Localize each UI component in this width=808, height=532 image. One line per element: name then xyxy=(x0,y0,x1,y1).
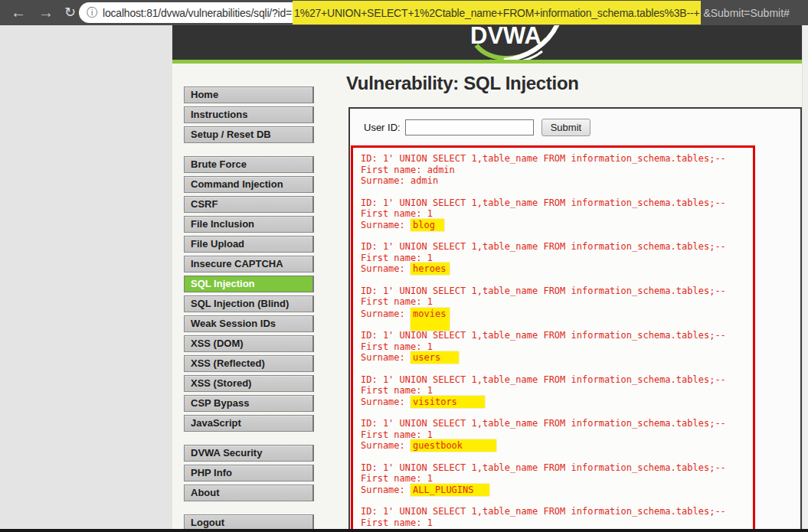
address-bar-pill[interactable]: ⓘ localhost:81/dvwa/vulnerabilities/sqli… xyxy=(79,2,293,23)
surname-label: Surname: xyxy=(361,352,411,363)
result-id-line: ID: 1' UNION SELECT 1,table_name FROM in… xyxy=(361,374,753,386)
result-block-truncated: ID: 1' UNION SELECT 1,table_name FROM in… xyxy=(361,506,753,528)
result-block: ID: 1' UNION SELECT 1,table_name FROM in… xyxy=(361,197,753,231)
result-surname-line: Surname: movies xyxy=(361,308,753,320)
surname-label: Surname: xyxy=(361,440,411,451)
sidebar-item-instructions[interactable]: Instructions xyxy=(184,106,314,123)
sidebar-item-sql-injection[interactable]: SQL Injection xyxy=(184,276,314,292)
surname-label: Surname: xyxy=(361,263,411,274)
result-block: ID: 1' UNION SELECT 1,table_name FROM in… xyxy=(361,418,753,452)
dvwa-logo: DVWA xyxy=(467,25,574,64)
result-block: ID: 1' UNION SELECT 1,table_name FROM in… xyxy=(361,286,753,320)
page-scrollbar[interactable] xyxy=(802,25,808,529)
sidebar-item-xss-stored[interactable]: XSS (Stored) xyxy=(184,375,314,392)
result-first-name-line: First name: admin xyxy=(361,165,753,176)
user-id-form: User ID: Submit xyxy=(364,119,800,136)
result-surname-line: Surname: heroes xyxy=(361,263,753,275)
result-surname-line: Surname: ALL_PLUGINS xyxy=(361,485,753,496)
result-first-name-line: First name: 1 xyxy=(361,296,753,308)
sidebar-item-setup-reset-db[interactable]: Setup / Reset DB xyxy=(184,126,314,143)
result-surname-line: Surname: admin xyxy=(361,175,753,187)
sidebar-item-javascript[interactable]: JavaScript xyxy=(184,415,314,432)
sidebar-item-brute-force[interactable]: Brute Force xyxy=(184,156,314,173)
sidebar-item-file-inclusion[interactable]: File Inclusion xyxy=(184,216,314,233)
address-bar[interactable]: ⓘ localhost:81/dvwa/vulnerabilities/sqli… xyxy=(79,2,790,23)
result-first-name-line: First name: 1 xyxy=(361,385,753,397)
sidebar-item-command-injection[interactable]: Command Injection xyxy=(184,176,314,193)
result-first-name-line: First name: 1 xyxy=(361,208,753,220)
result-block: ID: 1' UNION SELECT 1,table_name FROM in… xyxy=(361,153,753,187)
user-id-label: User ID: xyxy=(364,122,401,133)
vulnerable-code-area: User ID: Submit ID: 1' UNION SELECT 1,ta… xyxy=(348,107,802,532)
window-bottom-edge xyxy=(0,529,808,532)
submit-button[interactable]: Submit xyxy=(541,119,590,136)
highlighted-table-name: visitors xyxy=(411,396,485,408)
result-id-line: ID: 1' UNION SELECT 1,table_name FROM in… xyxy=(361,506,753,517)
result-first-name-line: First name: 1 xyxy=(361,341,753,353)
sidebar-item-xss-dom[interactable]: XSS (DOM) xyxy=(184,335,314,352)
result-first-name-line: First name: 1 xyxy=(361,473,753,485)
dvwa-logo-text: DVWA xyxy=(470,25,541,49)
sidebar-item-weak-session-ids[interactable]: Weak Session IDs xyxy=(184,315,314,332)
result-block: ID: 1' UNION SELECT 1,table_name FROM in… xyxy=(361,330,753,364)
result-surname-line: Surname: guestbook xyxy=(361,440,753,452)
result-id-line: ID: 1' UNION SELECT 1,table_name FROM in… xyxy=(361,418,753,429)
sidebar-item-home[interactable]: Home xyxy=(184,86,314,103)
surname-label: Surname: xyxy=(361,397,411,407)
sidebar-group-vulnerabilities: Brute Force Command Injection CSRF File … xyxy=(184,156,316,432)
user-id-input[interactable] xyxy=(405,119,534,135)
result-first-name-line: First name: 1 xyxy=(361,253,753,264)
highlighted-table-name: heroes xyxy=(411,263,450,275)
sidebar-item-xss-reflected[interactable]: XSS (Reflected) xyxy=(184,355,314,372)
sidebar-item-file-upload[interactable]: File Upload xyxy=(184,236,314,253)
result-block: ID: 1' UNION SELECT 1,table_name FROM in… xyxy=(361,462,753,496)
surname-value: admin xyxy=(411,175,438,186)
highlighted-table-name: users xyxy=(411,351,459,364)
surname-label: Surname: xyxy=(361,220,411,230)
result-id-line: ID: 1' UNION SELECT 1,table_name FROM in… xyxy=(361,462,753,474)
result-surname-line: Surname: blog xyxy=(361,220,753,231)
result-id-line: ID: 1' UNION SELECT 1,table_name FROM in… xyxy=(361,330,753,341)
back-icon[interactable]: ← xyxy=(11,2,26,24)
forward-icon[interactable]: → xyxy=(38,2,54,24)
sidebar-item-csp-bypass[interactable]: CSP Bypass xyxy=(184,395,314,412)
dvwa-page: DVWA Home Instructions Setup / Reset DB … xyxy=(172,25,808,532)
url-highlighted-payload: 1%27+UNION+SELECT+1%2Ctable_name+FROM+in… xyxy=(293,1,701,24)
result-surname-line: Surname: visitors xyxy=(361,397,753,408)
highlighted-table-name: ALL_PLUGINS xyxy=(411,484,489,496)
highlighted-table-name: movies xyxy=(411,308,450,331)
sql-results-annotation-box: ID: 1' UNION SELECT 1,table_name FROM in… xyxy=(351,145,755,532)
dvwa-header: DVWA xyxy=(172,25,808,64)
result-id-line: ID: 1' UNION SELECT 1,table_name FROM in… xyxy=(361,241,753,253)
url-text-prefix: localhost:81/dvwa/vulnerabilities/sqli/?… xyxy=(103,7,292,19)
sidebar-item-insecure-captcha[interactable]: Insecure CAPTCHA xyxy=(184,256,314,273)
sidebar-item-dvwa-security[interactable]: DVWA Security xyxy=(184,445,314,462)
result-block: ID: 1' UNION SELECT 1,table_name FROM in… xyxy=(361,241,753,275)
sidebar-item-csrf[interactable]: CSRF xyxy=(184,196,314,213)
result-id-line: ID: 1' UNION SELECT 1,table_name FROM in… xyxy=(361,286,753,297)
sidebar-item-php-info[interactable]: PHP Info xyxy=(184,465,314,481)
reload-icon[interactable]: ↻ xyxy=(64,2,76,24)
surname-label: Surname: xyxy=(361,485,411,495)
result-first-name-line: First name: 1 xyxy=(361,429,753,441)
surname-label: Surname: xyxy=(361,308,411,319)
result-id-line: ID: 1' UNION SELECT 1,table_name FROM in… xyxy=(361,197,753,209)
result-id-line: ID: 1' UNION SELECT 1,table_name FROM in… xyxy=(361,153,753,165)
result-block: ID: 1' UNION SELECT 1,table_name FROM in… xyxy=(361,374,753,408)
sidebar-item-sql-injection-blind[interactable]: SQL Injection (Blind) xyxy=(184,295,314,312)
page-title: Vulnerability: SQL Injection xyxy=(346,73,579,94)
browser-toolbar: ← → ↻ ⓘ localhost:81/dvwa/vulnerabilitie… xyxy=(0,0,808,25)
sidebar-group-general: Home Instructions Setup / Reset DB xyxy=(184,86,316,143)
surname-label: Surname: xyxy=(361,175,411,186)
result-first-name-line: First name: 1 xyxy=(361,517,753,529)
result-surname-line: Surname: users xyxy=(361,352,753,364)
highlighted-table-name: blog xyxy=(411,219,444,231)
sidebar-item-about[interactable]: About xyxy=(184,485,314,501)
highlighted-table-name: guestbook xyxy=(411,439,496,452)
url-text-suffix: &Submit=Submit# xyxy=(701,2,789,23)
sidebar-menu: Home Instructions Setup / Reset DB Brute… xyxy=(184,86,316,532)
sidebar-group-meta: DVWA Security PHP Info About xyxy=(184,445,316,501)
page-info-icon[interactable]: ⓘ xyxy=(87,6,97,20)
